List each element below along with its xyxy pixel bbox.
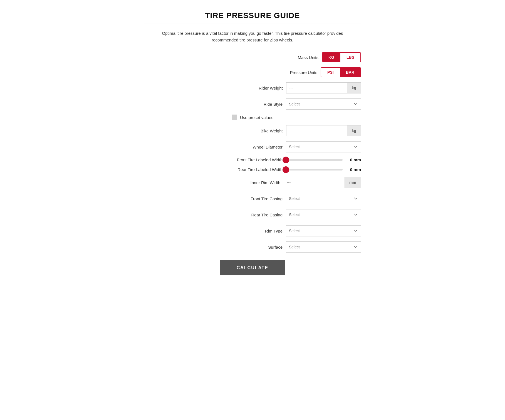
- bike-weight-unit: kg: [347, 125, 361, 136]
- rider-weight-unit: kg: [347, 82, 361, 93]
- rear-tire-width-row: Rear Tire Labeled Width 0 mm: [144, 167, 361, 172]
- front-tire-casing-row: Front Tire Casing Select Clincher Tubele…: [144, 193, 361, 204]
- bike-weight-row: Bike Weight kg: [144, 125, 361, 136]
- rider-weight-row: Rider Weight kg: [144, 82, 361, 93]
- pressure-units-label: Pressure Units: [256, 70, 317, 75]
- preset-checkbox[interactable]: [232, 115, 237, 120]
- front-tire-casing-select[interactable]: Select Clincher Tubeless Tubular: [286, 193, 361, 204]
- rider-weight-label: Rider Weight: [222, 86, 283, 90]
- front-tire-width-track: [286, 159, 343, 161]
- rear-tire-width-slider-wrapper: 0 mm: [286, 167, 361, 172]
- surface-label: Surface: [221, 245, 283, 249]
- page-description: Optimal tire pressure is a vital factor …: [144, 30, 361, 43]
- front-tire-width-slider-wrapper: 0 mm: [286, 157, 361, 162]
- bike-weight-input[interactable]: [286, 125, 347, 136]
- inner-rim-width-unit: mm: [345, 177, 361, 188]
- inner-rim-width-input-group: mm: [284, 177, 361, 188]
- rear-tire-casing-select[interactable]: Select Clincher Tubeless Tubular: [286, 209, 361, 220]
- rider-weight-input-group: kg: [286, 82, 361, 93]
- inner-rim-width-input[interactable]: [284, 177, 345, 188]
- pressure-units-bar-button[interactable]: BAR: [340, 68, 360, 77]
- surface-row: Surface Select Road Gravel Cobbles Dirt: [144, 241, 361, 253]
- bike-weight-input-group: kg: [286, 125, 361, 136]
- main-container: TIRE PRESSURE GUIDE Optimal tire pressur…: [144, 11, 361, 284]
- mass-units-kg-button[interactable]: KG: [322, 53, 340, 62]
- rim-type-label: Rim Type: [221, 229, 283, 233]
- inner-rim-width-label: Inner Rim Width: [219, 180, 280, 185]
- mass-units-lbs-button[interactable]: LBS: [340, 53, 360, 62]
- pressure-units-row: Pressure Units PSI BAR: [144, 67, 361, 77]
- calculate-button[interactable]: CALCULATE: [220, 260, 285, 275]
- rim-type-select[interactable]: Select Carbon Aluminum: [286, 225, 361, 236]
- pressure-units-psi-button[interactable]: PSI: [321, 68, 340, 77]
- rider-weight-input[interactable]: [286, 82, 347, 93]
- wheel-diameter-row: Wheel Diameter Select 700c / 29" 650b / …: [144, 141, 361, 152]
- bottom-divider: [144, 284, 361, 284]
- mass-units-row: Mass Units KG LBS: [144, 52, 361, 62]
- bike-weight-label: Bike Weight: [222, 129, 283, 133]
- ride-style-label: Ride Style: [221, 102, 283, 107]
- wheel-diameter-select[interactable]: Select 700c / 29" 650b / 27.5" 26": [286, 141, 361, 152]
- inner-rim-width-row: Inner Rim Width mm: [144, 177, 361, 188]
- pressure-units-toggle: PSI BAR: [321, 67, 361, 77]
- ride-style-select[interactable]: Select Road Gravel MTB: [286, 98, 361, 110]
- preset-label: Use preset values: [240, 115, 273, 120]
- rear-tire-width-track: [286, 169, 343, 171]
- wheel-diameter-label: Wheel Diameter: [221, 145, 283, 149]
- rear-tire-width-value: 0 mm: [347, 167, 361, 172]
- mass-units-label: Mass Units: [257, 55, 318, 60]
- ride-style-row: Ride Style Select Road Gravel MTB: [144, 98, 361, 110]
- page-title: TIRE PRESSURE GUIDE: [144, 11, 361, 20]
- front-tire-width-value: 0 mm: [347, 157, 361, 162]
- rear-tire-width-label: Rear Tire Labeled Width: [221, 167, 283, 172]
- front-tire-width-thumb[interactable]: [283, 157, 289, 163]
- mass-units-toggle: KG LBS: [322, 52, 361, 62]
- rear-tire-casing-label: Rear Tire Casing: [221, 213, 283, 217]
- rear-tire-width-thumb[interactable]: [283, 166, 289, 173]
- front-tire-casing-label: Front Tire Casing: [221, 196, 283, 201]
- rear-tire-casing-row: Rear Tire Casing Select Clincher Tubeles…: [144, 209, 361, 220]
- surface-select[interactable]: Select Road Gravel Cobbles Dirt: [286, 241, 361, 253]
- title-divider: [144, 23, 361, 23]
- front-tire-width-label: Front Tire Labeled Width: [221, 157, 283, 162]
- front-tire-width-row: Front Tire Labeled Width 0 mm: [144, 157, 361, 162]
- rim-type-row: Rim Type Select Carbon Aluminum: [144, 225, 361, 236]
- preset-row: Use preset values: [144, 115, 361, 120]
